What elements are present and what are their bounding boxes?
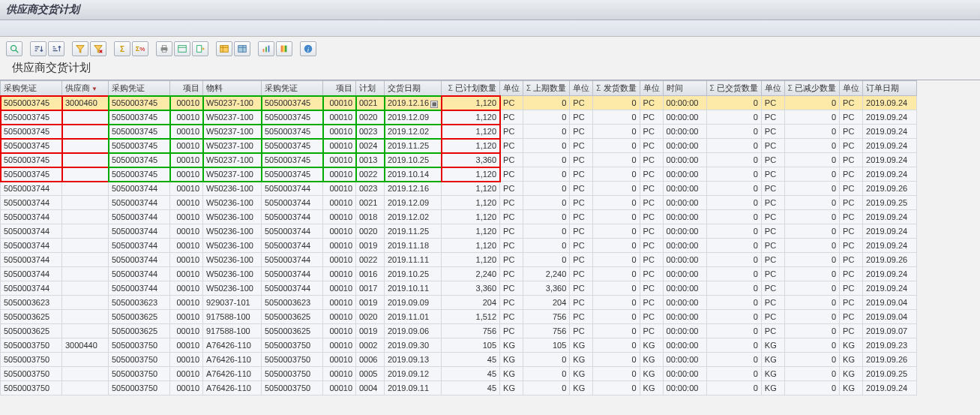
cell[interactable]: 0020: [356, 110, 385, 125]
cell[interactable]: 00010: [170, 167, 203, 182]
cell[interactable]: 0: [706, 96, 761, 110]
cell[interactable]: 2019.09.26: [863, 253, 917, 267]
cell[interactable]: 00010: [323, 125, 356, 139]
cell[interactable]: KG: [500, 367, 523, 381]
cell[interactable]: PC: [570, 196, 593, 210]
cell[interactable]: 00010: [170, 253, 203, 267]
cell[interactable]: PC: [570, 296, 593, 310]
cell[interactable]: 0: [706, 125, 761, 139]
cell[interactable]: PC: [640, 182, 663, 196]
cell[interactable]: A76426-110: [203, 353, 262, 367]
detail-button[interactable]: [6, 41, 22, 56]
cell[interactable]: 0: [523, 139, 570, 153]
cell[interactable]: 00010: [170, 96, 203, 110]
col-header-c19[interactable]: 单位: [840, 81, 863, 96]
cell[interactable]: 00010: [323, 239, 356, 253]
cell[interactable]: W50236-100: [203, 267, 262, 281]
cell[interactable]: 5050003750: [262, 381, 323, 395]
cell[interactable]: PC: [761, 110, 784, 125]
cell[interactable]: 00010: [170, 210, 203, 224]
cell[interactable]: [62, 353, 109, 367]
cell[interactable]: PC: [570, 267, 593, 281]
cell[interactable]: 0: [593, 210, 640, 224]
cell[interactable]: 00010: [170, 139, 203, 153]
cell[interactable]: 0002: [356, 338, 385, 353]
cell[interactable]: 00:00:00: [663, 353, 706, 367]
cell[interactable]: 5050003623: [262, 296, 323, 310]
cell[interactable]: PC: [640, 253, 663, 267]
cell[interactable]: 5050003750: [262, 338, 323, 353]
cell[interactable]: PC: [640, 267, 663, 281]
cell[interactable]: 00010: [323, 310, 356, 324]
cell[interactable]: 0: [706, 253, 761, 267]
cell[interactable]: 2019.11.11: [385, 253, 442, 267]
cell[interactable]: 00010: [323, 139, 356, 153]
cell[interactable]: KG: [500, 353, 523, 367]
table-row[interactable]: 5050003744505000374400010W50236-10050500…: [1, 196, 917, 210]
cell[interactable]: 5050003625: [262, 324, 323, 338]
table-row[interactable]: 5050003623505000362300010929037-10150500…: [1, 296, 917, 310]
cell[interactable]: A76426-110: [203, 381, 262, 395]
cell[interactable]: PC: [640, 96, 663, 110]
table-row[interactable]: 5050003744505000374400010W50236-10050500…: [1, 281, 917, 296]
cell[interactable]: [62, 153, 109, 167]
layout-change-button[interactable]: [234, 41, 250, 56]
cell[interactable]: 0013: [356, 153, 385, 167]
cell[interactable]: 0: [706, 210, 761, 224]
cell[interactable]: 105: [442, 338, 500, 353]
cell[interactable]: PC: [500, 153, 523, 167]
cell[interactable]: PC: [761, 281, 784, 296]
cell[interactable]: PC: [840, 267, 863, 281]
graphic-button[interactable]: [258, 41, 274, 56]
cell[interactable]: 2019.09.30: [385, 338, 442, 353]
cell[interactable]: 5050003750: [109, 367, 170, 381]
cell[interactable]: [62, 267, 109, 281]
cell[interactable]: PC: [570, 210, 593, 224]
cell[interactable]: 2019.09.24: [863, 381, 917, 395]
export-button[interactable]: [192, 41, 208, 56]
cell[interactable]: 00010: [170, 296, 203, 310]
col-header-c20[interactable]: 订单日期: [863, 81, 917, 96]
cell[interactable]: 2019.09.26: [863, 182, 917, 196]
table-row[interactable]: 5050003745505000374500010W50237-10050500…: [1, 167, 917, 182]
cell[interactable]: 2019.12.02: [385, 210, 442, 224]
col-header-c10[interactable]: 单位: [500, 81, 523, 96]
cell[interactable]: 2019.09.24: [863, 96, 917, 110]
col-header-c13[interactable]: Σ 发货数量: [593, 81, 640, 96]
cell[interactable]: PC: [840, 153, 863, 167]
col-header-c9[interactable]: Σ 已计划数量: [442, 81, 500, 96]
col-header-c4[interactable]: 物料: [203, 81, 262, 96]
cell[interactable]: 2019.11.18: [385, 239, 442, 253]
cell[interactable]: 0022: [356, 253, 385, 267]
cell[interactable]: 5050003750: [262, 367, 323, 381]
cell[interactable]: PC: [840, 253, 863, 267]
cell[interactable]: 2019.09.24: [863, 125, 917, 139]
cell[interactable]: 00:00:00: [663, 281, 706, 296]
cell[interactable]: 0: [784, 153, 839, 167]
cell[interactable]: PC: [570, 139, 593, 153]
cell[interactable]: 5050003745: [1, 153, 62, 167]
sort-asc-button[interactable]: [30, 41, 46, 56]
cell[interactable]: 5050003744: [1, 182, 62, 196]
cell[interactable]: PC: [640, 239, 663, 253]
cell[interactable]: 0: [593, 367, 640, 381]
cell[interactable]: 1,120: [442, 210, 500, 224]
cell[interactable]: 00:00:00: [663, 125, 706, 139]
cell[interactable]: PC: [640, 125, 663, 139]
cell[interactable]: [62, 281, 109, 296]
cell[interactable]: 5050003744: [1, 210, 62, 224]
cell[interactable]: 00010: [323, 353, 356, 367]
cell[interactable]: 0016: [356, 267, 385, 281]
cell[interactable]: 5050003750: [1, 367, 62, 381]
cell[interactable]: 5050003750: [1, 353, 62, 367]
cell[interactable]: 2019.10.25: [385, 153, 442, 167]
cell[interactable]: KG: [570, 381, 593, 395]
cell[interactable]: PC: [840, 281, 863, 296]
cell[interactable]: 1,120: [442, 139, 500, 153]
print-button[interactable]: [156, 41, 172, 56]
cell[interactable]: 1,512: [442, 310, 500, 324]
layout-choose-button[interactable]: [216, 41, 232, 56]
cell[interactable]: 00:00:00: [663, 110, 706, 125]
cell[interactable]: 00:00:00: [663, 167, 706, 182]
cell[interactable]: W50237-100: [203, 167, 262, 182]
